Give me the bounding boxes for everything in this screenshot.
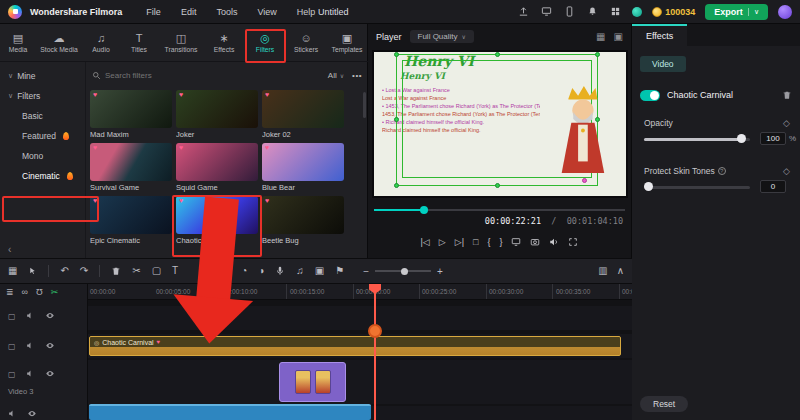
sidebar-item-mine[interactable]: ∨Mine [0,66,85,86]
filter-card[interactable]: ♥Epic Cinematic [90,196,172,245]
track-options-icon[interactable]: ▢ [8,342,16,351]
mute-track-icon[interactable] [8,409,17,420]
transform-handle[interactable] [394,52,399,57]
filter-card[interactable]: ♥Mad Maxim [90,90,172,139]
mark-in-button[interactable]: { [487,238,490,247]
snap-magnet-icon[interactable]: Ω [36,287,43,297]
sidebar-item-basic[interactable]: Basic [0,106,85,126]
apps-grid-icon[interactable] [609,5,622,18]
previous-frame-button[interactable]: |◁ [421,238,430,247]
grid-scrollbar[interactable] [363,92,366,118]
snapshot-camera-button[interactable] [530,237,540,247]
menu-edit[interactable]: Edit [173,7,205,17]
sidebar-item-mono[interactable]: Mono [0,146,85,166]
transform-handle[interactable] [394,183,399,188]
video-subtab[interactable]: Video [640,56,686,72]
marker-flag-icon[interactable]: ⚑ [335,266,344,276]
hide-track-icon[interactable] [45,369,55,380]
hide-track-icon[interactable] [27,409,37,420]
opacity-slider-knob[interactable] [737,134,746,143]
speaker-button[interactable] [549,237,559,247]
notification-bell-icon[interactable] [586,5,599,18]
crop-icon[interactable]: ▢ [152,266,161,276]
points-icon[interactable] [632,7,642,17]
hide-track-icon[interactable] [45,311,55,322]
link-icon[interactable]: ∞ [22,287,28,297]
sidebar-item-filters[interactable]: ∨Filters [0,86,85,106]
display-icon[interactable] [540,5,553,18]
auto-ripple-icon[interactable]: ✂ [51,287,59,297]
collapse-up-icon[interactable]: ∧ [617,266,624,276]
help-icon[interactable]: ? [718,167,726,175]
zoom-out-icon[interactable]: − [363,266,369,277]
delete-icon[interactable] [111,266,121,276]
split-scissors-icon[interactable]: ✂ [132,266,140,276]
monitor-button[interactable] [511,237,521,247]
redo-icon[interactable]: ↷ [80,266,88,276]
zoom-slider-knob[interactable] [401,268,408,275]
tab-titles[interactable]: TTitles [120,24,158,61]
playhead-marker[interactable] [368,324,382,338]
effect-toggle[interactable] [640,90,660,101]
transform-handle[interactable] [495,52,500,57]
filter-thumbnail[interactable]: ♥ [90,143,172,181]
tab-media[interactable]: ▤Media [0,24,36,61]
more-options-icon[interactable]: ••• [352,71,362,80]
search-input[interactable] [105,71,324,80]
tab-effects[interactable]: ∗Effects [204,24,244,61]
fullscreen-button[interactable] [568,237,578,247]
mute-track-icon[interactable] [26,311,35,322]
coin-balance[interactable]: 100034 [652,7,695,17]
seek-knob[interactable] [420,206,428,214]
delete-effect-icon[interactable] [782,86,792,104]
video-clip[interactable] [279,362,346,402]
filter-card[interactable]: ♥Joker [176,90,258,139]
filter-card[interactable]: ♥Blue Bear [262,143,344,192]
sidebar-item-cinematic[interactable]: Cinematic [0,166,85,186]
skin-tones-slider-knob[interactable] [644,182,653,191]
pointer-tool-icon[interactable] [28,266,37,276]
tab-effects-properties[interactable]: Effects [632,24,687,46]
pip-icon[interactable]: ▣ [315,266,324,276]
filter-thumbnail[interactable]: ♥ [176,90,258,128]
manage-tracks-icon[interactable]: ≣ [6,287,14,297]
skin-tones-value[interactable]: 0 [760,180,786,193]
hide-track-icon[interactable] [45,341,55,352]
zoom-in-icon[interactable]: + [437,266,443,277]
filter-thumbnail[interactable]: ♥ [90,90,172,128]
track-options-icon[interactable]: ▢ [8,312,16,321]
transform-handle[interactable] [595,52,600,57]
filter-thumbnail[interactable]: ♥ [262,90,344,128]
filter-thumbnail[interactable]: ♥ [262,143,344,181]
transform-handle[interactable] [495,183,500,188]
mute-track-icon[interactable] [26,369,35,380]
user-avatar[interactable] [778,5,792,19]
keyframe-diamond-icon[interactable]: ◇ [783,118,790,128]
opacity-slider[interactable] [644,134,750,144]
seek-bar[interactable] [374,206,625,214]
filter-thumbnail[interactable]: ♥ [176,143,258,181]
filter-thumbnail[interactable]: ♥ [262,196,344,234]
filter-card[interactable]: ♥Beetle Bug [262,196,344,245]
opacity-value[interactable]: 100 [760,132,786,145]
tab-audio[interactable]: ♫Audio [82,24,120,61]
collapse-sidebar-icon[interactable]: ‹ [8,244,11,255]
track-options-icon[interactable]: ▢ [8,370,16,379]
grid-view-icon[interactable]: ▦ [596,31,605,42]
zoom-slider[interactable] [375,270,431,272]
tab-templates[interactable]: ▣Templates [326,24,368,61]
menu-tools[interactable]: Tools [208,7,245,17]
mic-record-icon[interactable] [275,266,285,276]
keyframe-diamond-icon[interactable]: ◇ [783,166,790,176]
panel-layout-icon[interactable]: ▥ [598,266,607,276]
filter-card[interactable]: ♥Survival Game [90,143,172,192]
tab-stickers[interactable]: ☺Stickers [286,24,326,61]
media-bin-icon[interactable]: ▦ [8,266,17,276]
mark-out-button[interactable]: } [499,238,502,247]
play-button[interactable]: ▷ [439,238,446,247]
skin-tones-slider[interactable] [644,182,750,192]
audio-clip[interactable] [89,404,371,420]
all-filter-dropdown[interactable]: All∨ [328,71,344,80]
next-frame-button[interactable]: ▷| [455,238,464,247]
reset-button[interactable]: Reset [640,396,688,412]
